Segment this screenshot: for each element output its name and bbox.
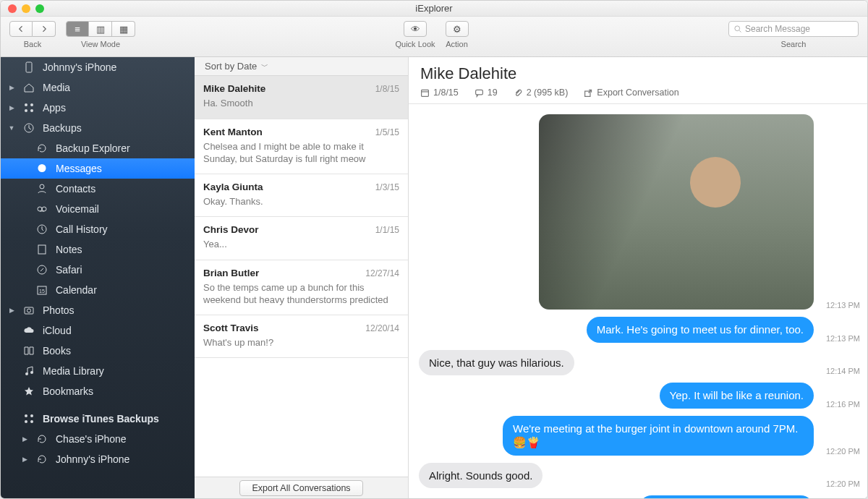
search-placeholder: Search Message (745, 24, 810, 34)
sidebar-item-label: Johnny's iPhone (56, 453, 129, 465)
sidebar-item-label: Photos (43, 304, 75, 316)
sidebar: Johnny's iPhone ▶ Media ▶ Apps ▼ Backups… (1, 57, 195, 498)
sidebar-item-label: Notes (56, 244, 82, 255)
conversation-column: Sort by Date ﹀ Mike Dalehite1/8/15 Ha. S… (195, 57, 409, 498)
sort-dropdown[interactable]: Sort by Date ﹀ (195, 57, 408, 76)
camera-icon (22, 304, 35, 316)
conversation-name: Chris Devor (203, 224, 259, 235)
disclosure-icon: ▶ (8, 84, 15, 91)
message-bubble[interactable]: We're meeting at the burger joint in dow… (503, 416, 814, 456)
sidebar-item-contacts[interactable]: Contacts (1, 179, 195, 199)
conversation-item[interactable]: Kayla Giunta1/3/15 Okay. Thanks. (195, 174, 408, 218)
time-icon (22, 122, 35, 134)
conversation-name: Kent Manton (203, 127, 263, 137)
sidebar-item-label: Johnny's iPhone (43, 61, 116, 73)
conversation-item[interactable]: Brian Butler12/27/14 So the temps came u… (195, 260, 408, 315)
title-bar: iExplorer (1, 1, 867, 17)
message-row: Alright. Sounds good. 12:20 PM (419, 463, 861, 489)
sidebar-item-media[interactable]: ▶ Media (1, 77, 195, 98)
restore-icon (35, 433, 48, 445)
sidebar-section-label: Browse iTunes Backups (43, 413, 159, 425)
message-bubble[interactable]: Awesome. See you there! 😃🍻 (639, 495, 814, 498)
quicklook-group: 👁 Quick Look (395, 21, 435, 48)
sidebar-item-browse-johnny[interactable]: ▶ Johnny's iPhone (1, 449, 195, 469)
chat-icon (35, 163, 48, 174)
view-grid-button[interactable]: ▦ (112, 21, 135, 37)
export-all-button[interactable]: Export All Conversations (239, 480, 362, 496)
sidebar-item-backups[interactable]: ▼ Backups (1, 118, 195, 138)
sidebar-item-safari[interactable]: Safari (1, 260, 195, 280)
sidebar-item-bookmarks[interactable]: Bookmarks (1, 381, 195, 401)
svg-rect-24 (422, 90, 429, 96)
forward-button[interactable] (33, 21, 56, 37)
disclosure-icon: ▶ (8, 307, 15, 314)
conversation-item[interactable]: Scott Travis12/20/14 What's up man!? (195, 315, 408, 359)
columns-icon: ▥ (96, 24, 105, 35)
svg-rect-12 (38, 245, 46, 254)
cloud-icon (22, 325, 35, 336)
sidebar-item-apps[interactable]: ▶ Apps (1, 98, 195, 118)
meta-date-value: 1/8/15 (433, 88, 459, 98)
message-row: Mark. He's going to meet us for dinner, … (419, 317, 861, 343)
restore-icon (35, 142, 48, 154)
svg-point-10 (42, 207, 46, 211)
message-image[interactable] (539, 114, 814, 310)
svg-rect-25 (475, 90, 482, 95)
gear-icon: ⚙ (453, 24, 461, 35)
svg-rect-1 (26, 62, 32, 72)
sidebar-section-browse[interactable]: Browse iTunes Backups (1, 409, 195, 429)
message-time: 12:14 PM (820, 367, 860, 375)
disclosure-icon: ▶ (21, 435, 28, 443)
back-button[interactable] (9, 21, 33, 37)
disclosure-icon: ▼ (8, 124, 15, 132)
conversation-item[interactable]: Kent Manton1/5/15 Chelsea and I might be… (195, 119, 408, 174)
message-time: 12:13 PM (820, 301, 860, 310)
viewmode-group: ≡ ▥ ▦ View Mode (66, 21, 135, 48)
message-row: Awesome. See you there! 😃🍻 12:20 PM (419, 495, 861, 498)
message-list[interactable]: 12:13 PM Mark. He's going to meet us for… (409, 104, 867, 498)
message-time: 12:13 PM (820, 334, 860, 343)
conversation-preview: Ha. Smooth (203, 97, 399, 110)
window-title: iExplorer (1, 3, 867, 14)
grid-icon: ▦ (119, 24, 128, 35)
export-conversation-button[interactable]: Export Conversation (584, 88, 678, 98)
sidebar-item-voicemail[interactable]: Voicemail (1, 199, 195, 219)
sidebar-item-label: iCloud (43, 325, 72, 336)
sidebar-item-label: Books (43, 345, 71, 357)
conversation-item[interactable]: Mike Dalehite1/8/15 Ha. Smooth (195, 76, 408, 119)
message-row: Yep. It will be like a reunion. 12:16 PM (419, 383, 861, 409)
action-button[interactable]: ⚙ (446, 21, 469, 37)
sidebar-item-browse-chase[interactable]: ▶ Chase's iPhone (1, 429, 195, 449)
conversation-list[interactable]: Mike Dalehite1/8/15 Ha. Smooth Kent Mant… (195, 76, 408, 477)
back-label: Back (24, 40, 41, 48)
view-columns-button[interactable]: ▥ (89, 21, 112, 37)
sidebar-item-device[interactable]: Johnny's iPhone (1, 57, 195, 77)
sidebar-item-icloud[interactable]: iCloud (1, 320, 195, 341)
message-row: Nice, that guy was hilarious. 12:14 PM (419, 350, 861, 376)
sidebar-item-calendar[interactable]: 15 Calendar (1, 280, 195, 300)
message-bubble[interactable]: Mark. He's going to meet us for dinner, … (587, 317, 814, 343)
sidebar-item-backup-explorer[interactable]: Backup Explorer (1, 138, 195, 158)
message-bubble[interactable]: Nice, that guy was hilarious. (419, 350, 574, 376)
sidebar-item-photos[interactable]: ▶ Photos (1, 300, 195, 320)
search-input[interactable]: Search Message (728, 21, 859, 37)
sidebar-item-books[interactable]: Books (1, 341, 195, 361)
music-icon (22, 365, 35, 377)
content-area: Johnny's iPhone ▶ Media ▶ Apps ▼ Backups… (1, 57, 867, 498)
svg-point-9 (38, 207, 42, 211)
message-bubble[interactable]: Alright. Sounds good. (419, 463, 542, 489)
iphone-icon (22, 61, 35, 73)
svg-point-5 (30, 109, 33, 112)
sidebar-item-label: Backup Explorer (56, 142, 130, 154)
meta-date: 1/8/15 (420, 88, 459, 98)
sidebar-item-messages[interactable]: Messages (1, 158, 195, 179)
quicklook-button[interactable]: 👁 (404, 21, 427, 37)
sidebar-item-call-history[interactable]: Call History (1, 219, 195, 239)
sidebar-item-notes[interactable]: Notes (1, 239, 195, 260)
message-time: 12:20 PM (820, 479, 860, 488)
message-bubble[interactable]: Yep. It will be like a reunion. (660, 383, 814, 409)
view-list-button[interactable]: ≡ (66, 21, 89, 37)
sidebar-item-media-library[interactable]: Media Library (1, 361, 195, 381)
conversation-item[interactable]: Chris Devor1/1/15 Yea... (195, 217, 408, 260)
chat-icon (475, 88, 484, 98)
